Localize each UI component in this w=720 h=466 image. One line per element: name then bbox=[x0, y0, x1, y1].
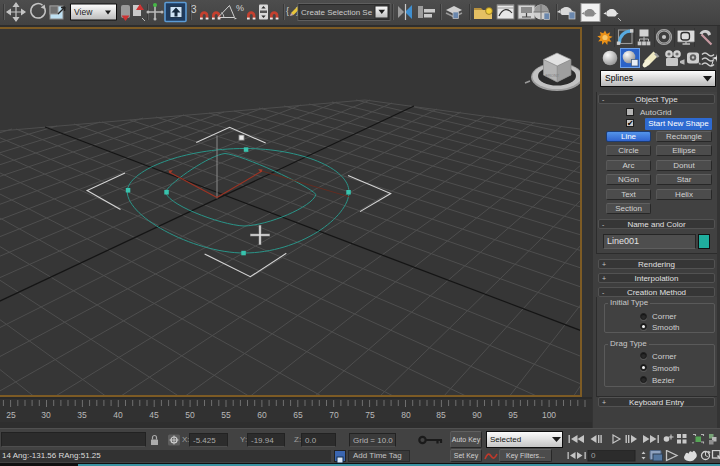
svg-text:40: 40 bbox=[113, 410, 123, 420]
svg-text:90: 90 bbox=[472, 410, 482, 420]
svg-text:30: 30 bbox=[41, 410, 51, 420]
svg-text:View: View bbox=[74, 7, 93, 17]
svg-text:60: 60 bbox=[257, 410, 267, 420]
svg-text:80: 80 bbox=[401, 410, 411, 420]
svg-text:0: 0 bbox=[591, 451, 596, 460]
svg-text:{: { bbox=[286, 6, 289, 16]
svg-text:55: 55 bbox=[221, 410, 231, 420]
svg-text:70: 70 bbox=[329, 410, 339, 420]
svg-text:45: 45 bbox=[149, 410, 159, 420]
svg-text:95: 95 bbox=[508, 410, 518, 420]
svg-text:85: 85 bbox=[436, 410, 446, 420]
svg-text:100: 100 bbox=[542, 410, 556, 420]
svg-text:65: 65 bbox=[293, 410, 303, 420]
svg-text:75: 75 bbox=[365, 410, 375, 420]
svg-text:35: 35 bbox=[77, 410, 87, 420]
svg-text:50: 50 bbox=[185, 410, 195, 420]
svg-text:3: 3 bbox=[191, 4, 197, 15]
svg-text:%: % bbox=[236, 3, 244, 13]
svg-text:Create Selection Se: Create Selection Se bbox=[301, 8, 373, 17]
svg-text:25: 25 bbox=[6, 410, 16, 420]
svg-text:FRONT: FRONT bbox=[546, 73, 560, 78]
